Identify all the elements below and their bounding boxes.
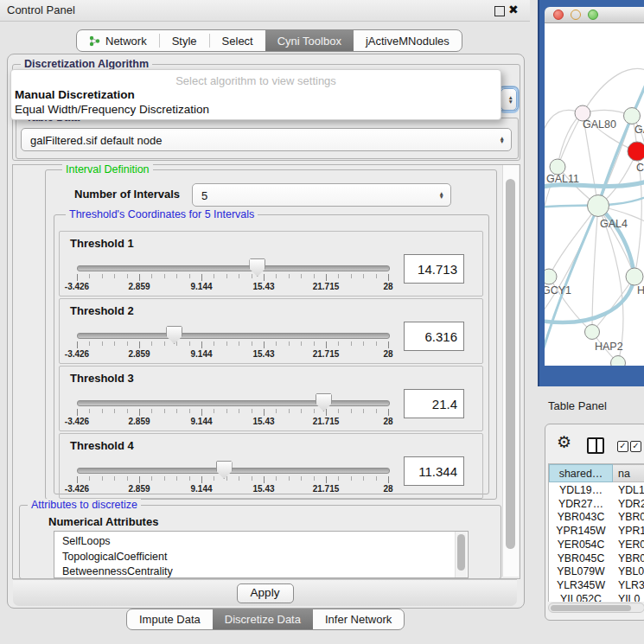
- slider-tick: [301, 476, 302, 481]
- cell-shared-name: YPR145W: [549, 525, 613, 539]
- checkbox-icon[interactable]: ✓: [617, 441, 628, 452]
- threshold-value-field[interactable]: 6.316: [404, 322, 464, 351]
- network-node[interactable]: [585, 325, 600, 340]
- slider-tick: [363, 476, 364, 481]
- threshold-label: Threshold 4: [70, 439, 134, 452]
- network-node[interactable]: [628, 142, 644, 161]
- tab-select[interactable]: Select: [210, 30, 265, 51]
- numerical-attributes-list[interactable]: SelfLoopsTopologicalCoefficientBetweenne…: [54, 531, 469, 578]
- attribute-list-item[interactable]: SelfLoops: [62, 534, 111, 550]
- slider-tick: [326, 274, 327, 281]
- number-of-intervals-combobox[interactable]: 5 ▲▼: [192, 183, 451, 207]
- slider-tick: [89, 274, 90, 278]
- table-row[interactable]: YDR27…YDR2: [549, 498, 644, 512]
- list-scrollbar[interactable]: [455, 532, 467, 577]
- column-header[interactable]: na: [613, 464, 644, 482]
- slider-thumb[interactable]: [166, 326, 182, 344]
- tab-jactivemnodules[interactable]: jActiveMNodules: [354, 30, 462, 51]
- slider-thumb[interactable]: [316, 393, 332, 411]
- slider-tick: [176, 341, 177, 346]
- number-of-intervals-value: 5: [201, 188, 207, 201]
- threshold-value-field[interactable]: 14.713: [404, 254, 464, 284]
- network-node[interactable]: [545, 269, 557, 284]
- table-row[interactable]: YBR045CYBR0: [549, 552, 644, 566]
- table-row[interactable]: YDL19…YDL1: [549, 484, 644, 498]
- slider-tick: [276, 274, 277, 278]
- horizontal-scrollbar[interactable]: [548, 603, 644, 613]
- threshold-value-field[interactable]: 11.344: [404, 456, 464, 486]
- scrollbar-thumb[interactable]: [551, 605, 631, 611]
- column-header-selected[interactable]: shared…: [549, 464, 613, 482]
- tab-style[interactable]: Style: [160, 30, 209, 51]
- network-edge-thick[interactable]: [598, 206, 634, 277]
- slider-track[interactable]: [77, 400, 390, 406]
- zoom-traffic-light-icon[interactable]: [588, 10, 598, 20]
- scrollbar-thumb[interactable]: [506, 179, 515, 549]
- apply-button[interactable]: Apply: [237, 583, 294, 603]
- table-row[interactable]: YBL079WYBL0: [549, 565, 644, 579]
- slider-tick: [176, 476, 177, 481]
- slider-tick: [388, 341, 389, 348]
- slider-tick: [189, 274, 190, 278]
- tab-cyni-toolbox[interactable]: Cyni Toolbox: [265, 30, 354, 51]
- attribute-list-item[interactable]: TopologicalCoefficient: [62, 550, 167, 565]
- slider-tick: [252, 476, 252, 481]
- close-traffic-light-icon[interactable]: [553, 10, 564, 20]
- network-view-frame[interactable]: GAL80GACGAL11GAL4GCY1HHAP2: [538, 0, 644, 386]
- tab-impute-data[interactable]: Impute Data: [127, 609, 213, 629]
- network-edge[interactable]: [598, 206, 634, 277]
- split-pane-icon[interactable]: [587, 437, 604, 454]
- table-row[interactable]: YIL052CYIL0: [549, 593, 644, 602]
- slider-tick: [338, 341, 339, 346]
- slider-track[interactable]: [77, 265, 390, 271]
- network-node[interactable]: [588, 195, 609, 217]
- vertical-scrollbar[interactable]: [502, 165, 519, 577]
- table-row[interactable]: YLR345WYLR3: [549, 579, 644, 593]
- table-row[interactable]: YPR145WYPR1: [549, 525, 644, 539]
- node-table[interactable]: shared…naYDL19…YDL1YDR27…YDR2YBR043CYBR0…: [548, 463, 644, 602]
- slider-track[interactable]: [77, 468, 390, 474]
- table-row[interactable]: YBR043CYBR0: [549, 511, 644, 525]
- network-node[interactable]: [624, 108, 641, 124]
- slider-tick: [301, 274, 302, 278]
- threshold-value-field[interactable]: 21.4: [404, 389, 464, 418]
- network-node-label: GAL4: [600, 218, 628, 230]
- algorithm-option[interactable]: Equal Width/Frequency Discretization: [15, 103, 209, 116]
- slider-tick: [252, 409, 252, 413]
- network-edge[interactable]: [592, 206, 598, 332]
- close-icon[interactable]: ✖: [508, 3, 519, 16]
- table-row[interactable]: YER054CYER0: [549, 539, 644, 552]
- network-edge[interactable]: [558, 113, 583, 167]
- tab-discretize-data[interactable]: Discretize Data: [213, 609, 313, 629]
- minimize-traffic-light-icon[interactable]: [571, 10, 581, 20]
- algorithm-option[interactable]: Manual Discretization: [15, 88, 135, 101]
- slider-thumb[interactable]: [216, 461, 233, 479]
- slider-tick: [77, 476, 78, 483]
- slider-tick-label: 21.715: [313, 349, 340, 359]
- tab-network[interactable]: Network: [77, 30, 159, 51]
- slider-tick-label: 9.144: [190, 349, 212, 359]
- checkbox-icon[interactable]: ✓: [630, 441, 641, 452]
- slider-tick: [114, 476, 115, 481]
- slider-track[interactable]: [77, 333, 390, 339]
- network-node[interactable]: [626, 268, 643, 285]
- cell-shared-name: YER054C: [549, 539, 613, 552]
- cell-shared-name: YDR27…: [549, 498, 613, 512]
- slider-tick: [102, 476, 103, 481]
- attribute-list-item[interactable]: BetweennessCentrality: [62, 564, 173, 578]
- slider-tick: [363, 274, 364, 278]
- slider-tick: [139, 476, 140, 483]
- tab-infer-network[interactable]: Infer Network: [313, 609, 404, 629]
- gear-icon[interactable]: ⚙: [557, 434, 571, 450]
- slider-tick: [264, 274, 265, 281]
- float-icon[interactable]: [494, 6, 505, 16]
- table-data-combobox[interactable]: galFiltered.sif default node ▲▼: [21, 128, 512, 151]
- spinner-arrows-icon: ▲▼: [439, 191, 444, 199]
- network-canvas[interactable]: GAL80GACGAL11GAL4GCY1HHAP2: [545, 23, 644, 366]
- combo-spinner-focused[interactable]: ▲▼: [501, 88, 517, 111]
- slider-tick: [326, 341, 327, 348]
- table-panel-header: Table Panel: [530, 386, 644, 424]
- network-edge[interactable]: [592, 277, 634, 332]
- scrollbar-thumb[interactable]: [457, 534, 465, 571]
- slider-tick: [201, 341, 202, 348]
